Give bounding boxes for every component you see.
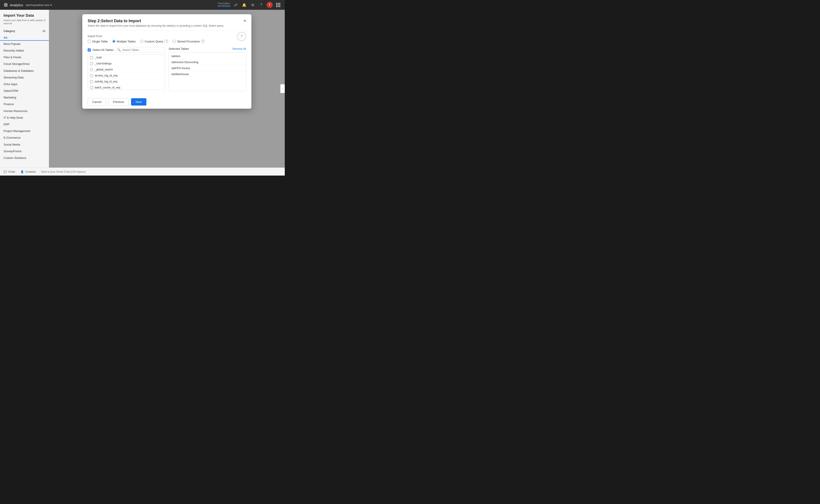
sidebar-item-it---help-desk[interactable]: IT & Help Desk	[0, 114, 49, 121]
help-icon[interactable]: ?	[258, 2, 264, 8]
avatar[interactable]: T	[267, 2, 273, 8]
sidebar-item-human-resources[interactable]: Human Resources	[0, 108, 49, 114]
table-checkbox[interactable]	[90, 80, 93, 83]
radio-stored-procedure-input[interactable]	[172, 40, 176, 43]
next-button[interactable]: Next	[131, 98, 146, 106]
table-list-item[interactable]: _global_search	[88, 67, 165, 73]
modal-subtitle: Select the data to import from your loca…	[88, 24, 246, 27]
search-box: 🔍	[115, 47, 165, 53]
table-name: activity_log_id_seq	[95, 80, 117, 83]
modal-overlay: Step 2:Select Data to Import Select the …	[49, 10, 285, 168]
radio-multiple-tables-label: Multiple Tables	[117, 40, 136, 43]
topbar-right: Free Edition UPGRADE ☍ 🔔 ⚙ ? T	[218, 2, 281, 8]
table-name: batch_course_id_seq	[95, 86, 120, 89]
radio-stored-procedure-label: Stored Procedure	[177, 40, 200, 43]
table-checkbox[interactable]	[90, 74, 93, 77]
sidebar-item-e-commerce[interactable]: E-Commerce	[0, 134, 49, 141]
contacts-button[interactable]: 👤 Contacts	[20, 170, 36, 173]
free-edition-label: Free Edition	[218, 2, 230, 5]
workspace-selector[interactable]: tanmoysarkar.now ▾	[26, 3, 52, 7]
right-panel: Selected Tables Remove All tabItemtabInv…	[168, 47, 246, 91]
selected-tables-header: Selected Tables Remove All	[168, 47, 246, 50]
radio-stored-procedure[interactable]: Stored Procedure ?	[172, 40, 204, 43]
sidebar-item-marketing[interactable]: Marketing	[0, 94, 49, 101]
table-list-item[interactable]: activity_log_id_seq	[88, 79, 165, 85]
radio-custom-query-label: Custom Query	[144, 40, 163, 43]
settings-icon[interactable]: ⚙	[250, 2, 256, 8]
sidebar-item-erp[interactable]: ERP	[0, 121, 49, 128]
table-list-item[interactable]: batch_course_id_seq	[88, 85, 165, 90]
search-tables-input[interactable]	[122, 48, 163, 52]
sidebar-item-zoho-apps[interactable]: Zoho Apps	[0, 81, 49, 88]
sidebar-item-recently-added[interactable]: Recently Added	[0, 47, 49, 54]
app-logo[interactable]: Analytics	[4, 3, 23, 7]
sidebar-item-social-media[interactable]: Social Media	[0, 141, 49, 148]
category-label: Category	[4, 30, 15, 33]
radio-single-table-input[interactable]	[88, 40, 91, 43]
smart-chat-input[interactable]	[41, 169, 281, 174]
chats-button[interactable]: 💬 Chats	[4, 170, 15, 173]
table-checkbox[interactable]	[90, 86, 93, 89]
upgrade-label: UPGRADE	[218, 5, 231, 7]
sidebar-nav: AllMost PopularRecently AddedFiles & Fee…	[0, 34, 49, 162]
table-list-item[interactable]: _Auth	[88, 55, 165, 61]
collapse-arrow[interactable]: ‹	[280, 84, 285, 93]
modal-footer: Cancel Previous Next	[82, 95, 252, 109]
stored-procedure-help-icon[interactable]: ?	[201, 40, 204, 43]
table-list-item[interactable]: _UserSettings	[88, 61, 165, 67]
bottom-bar: 💬 Chats 👤 Contacts	[0, 168, 285, 176]
sidebar-item-streaming-data[interactable]: Streaming Data	[0, 74, 49, 81]
table-checkbox[interactable]	[90, 56, 93, 59]
help-circle-icon[interactable]: ?	[237, 32, 246, 41]
search-icon: 🔍	[117, 48, 121, 52]
topbar: Analytics tanmoysarkar.now ▾ Free Editio…	[0, 0, 285, 10]
sidebar-item-all[interactable]: All	[0, 34, 49, 41]
message-icon[interactable]: ☍	[233, 2, 239, 8]
sidebar-item-survey-forms[interactable]: Survey/Forms	[0, 148, 49, 155]
custom-query-help-icon[interactable]: ?	[164, 40, 168, 43]
sidebar-item-sales-crm[interactable]: Sales/CRM	[0, 88, 49, 94]
sidebar-item-databases---datalakes[interactable]: Databases & Datalakes	[0, 68, 49, 74]
previous-button[interactable]: Previous	[108, 98, 129, 106]
table-name: _UserSettings	[95, 62, 111, 65]
table-list-item[interactable]: access_log_id_seq	[88, 73, 165, 79]
modal-close-button[interactable]: ✕	[242, 18, 248, 24]
remove-all-button[interactable]: Remove All	[233, 47, 246, 50]
edition-badge[interactable]: Free Edition UPGRADE	[218, 2, 231, 7]
all-label: All	[42, 30, 45, 33]
selected-table-item: tabPOS Invoice	[169, 65, 246, 71]
sidebar-subtitle: Import your data from a wide variety of …	[0, 19, 49, 29]
sidebar-item-cloud-storage-drive[interactable]: Cloud Storage/Drive	[0, 61, 49, 67]
grid-menu-icon[interactable]	[275, 2, 281, 8]
sidebar-title: Import Your Data	[0, 13, 49, 19]
table-name: _global_search	[95, 68, 113, 71]
select-all-bar: Select All Tables 🔍	[88, 47, 165, 53]
contacts-label: Contacts	[25, 170, 36, 173]
radio-custom-query-input[interactable]	[140, 40, 143, 43]
selected-table-item: tabWarehouse	[169, 71, 246, 77]
sidebar-item-finance[interactable]: Finance	[0, 101, 49, 108]
radio-single-table[interactable]: Single Table	[88, 40, 108, 43]
select-all-checkbox[interactable]	[88, 48, 91, 52]
cancel-button[interactable]: Cancel	[88, 98, 106, 106]
selected-table-item: tabItem	[169, 53, 246, 59]
radio-multiple-tables-input[interactable]	[112, 40, 115, 43]
radio-single-table-label: Single Table	[92, 40, 108, 43]
sidebar-item-files---feeds[interactable]: Files & Feeds	[0, 54, 49, 61]
import-type-radio-group: Single Table Multiple Tables Custom Quer…	[88, 40, 246, 43]
sidebar-item-most-popular[interactable]: Most Popular	[0, 41, 49, 47]
import-from-label: Import From	[88, 35, 246, 38]
selected-tables-label: Selected Tables	[168, 47, 189, 50]
bell-icon[interactable]: 🔔	[241, 2, 248, 8]
grid-dots	[276, 3, 280, 7]
table-checkbox[interactable]	[90, 68, 93, 71]
sidebar-item-project-management[interactable]: Project Management	[0, 128, 49, 134]
table-list: _Auth_UserSettings_global_searchaccess_l…	[88, 54, 165, 90]
select-all-label: Select All Tables	[92, 48, 113, 52]
sidebar-item-custom-solutions[interactable]: Custom Solutions	[0, 155, 49, 161]
content-area: Step 2:Select Data to Import Select the …	[49, 10, 285, 168]
table-checkbox[interactable]	[90, 62, 93, 65]
radio-custom-query[interactable]: Custom Query ?	[140, 40, 168, 43]
radio-multiple-tables[interactable]: Multiple Tables	[112, 40, 136, 43]
app-name: Analytics	[10, 3, 23, 7]
